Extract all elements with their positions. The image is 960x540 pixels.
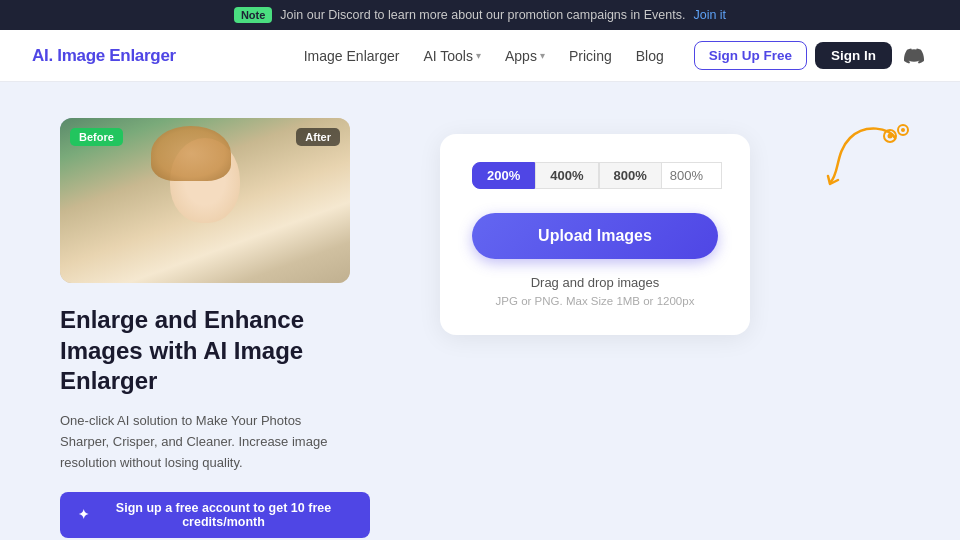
announcement-text: Join our Discord to learn more about our… xyxy=(280,8,685,22)
hero-description: One-click AI solution to Make Your Photo… xyxy=(60,411,345,473)
svg-point-1 xyxy=(888,134,893,139)
discord-icon[interactable] xyxy=(900,42,928,70)
main-content: Before After Enlarge and Enhance Images … xyxy=(0,82,960,540)
upload-card: 200% 400% 800% Upload Images Drag and dr… xyxy=(440,134,750,335)
nav-apps[interactable]: Apps ▾ xyxy=(495,42,555,70)
zoom-800-button[interactable]: 800% xyxy=(599,162,662,189)
nav-pricing[interactable]: Pricing xyxy=(559,42,622,70)
chevron-down-icon: ▾ xyxy=(476,50,481,61)
right-section: 200% 400% 800% Upload Images Drag and dr… xyxy=(410,118,900,335)
upload-images-button[interactable]: Upload Images xyxy=(472,213,718,259)
hero-title: Enlarge and Enhance Images with AI Image… xyxy=(60,305,370,397)
after-badge: After xyxy=(296,128,340,146)
nav-logo: AI. Image Enlarger xyxy=(32,46,176,66)
chevron-down-icon: ▾ xyxy=(540,50,545,61)
nav-blog[interactable]: Blog xyxy=(626,42,674,70)
nav-ai-tools[interactable]: AI Tools ▾ xyxy=(413,42,491,70)
svg-point-3 xyxy=(901,128,905,132)
announcement-bar: Note Join our Discord to learn more abou… xyxy=(0,0,960,30)
navbar: AI. Image Enlarger Image Enlarger AI Too… xyxy=(0,30,960,82)
arrow-doodle xyxy=(810,118,910,188)
drag-drop-text: Drag and drop images xyxy=(472,275,718,290)
signup-cta-label: Sign up a free account to get 10 free cr… xyxy=(95,501,352,529)
nav-actions: Sign Up Free Sign In xyxy=(694,41,928,70)
zoom-200-button[interactable]: 200% xyxy=(472,162,535,189)
note-badge: Note xyxy=(234,7,272,23)
file-info-text: JPG or PNG. Max Size 1MB or 1200px xyxy=(472,295,718,307)
nav-links: Image Enlarger AI Tools ▾ Apps ▾ Pricing… xyxy=(294,42,674,70)
before-badge: Before xyxy=(70,128,123,146)
zoom-custom-input[interactable] xyxy=(662,162,722,189)
zoom-400-button[interactable]: 400% xyxy=(535,162,598,189)
signin-button[interactable]: Sign In xyxy=(815,42,892,69)
signup-cta-button[interactable]: ✦ Sign up a free account to get 10 free … xyxy=(60,492,370,538)
announcement-link[interactable]: Join it xyxy=(693,8,726,22)
before-after-image: Before After xyxy=(60,118,350,283)
zoom-buttons: 200% 400% 800% xyxy=(472,162,718,189)
left-section: Before After Enlarge and Enhance Images … xyxy=(60,118,370,538)
star-icon: ✦ xyxy=(78,507,89,522)
nav-image-enlarger[interactable]: Image Enlarger xyxy=(294,42,410,70)
signup-free-button[interactable]: Sign Up Free xyxy=(694,41,807,70)
